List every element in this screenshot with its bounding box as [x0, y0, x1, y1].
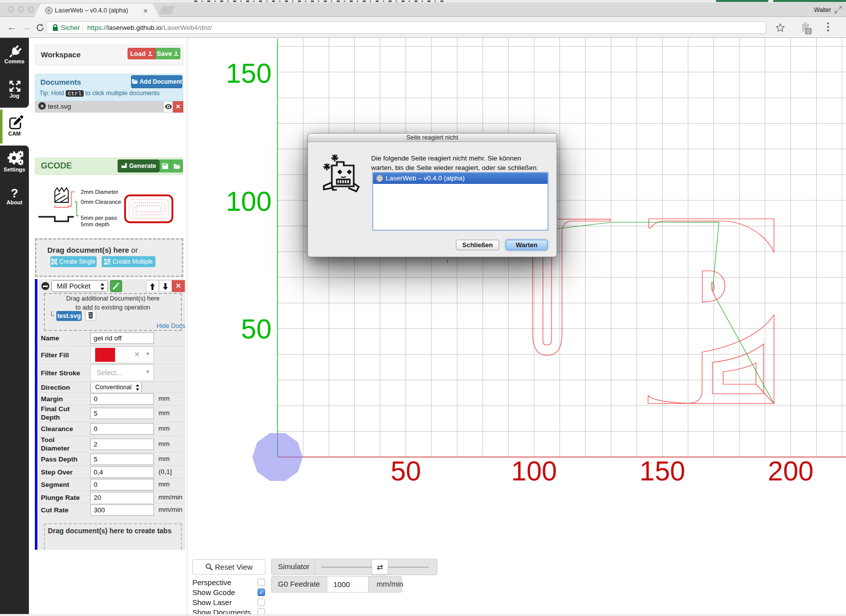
svg-text:50: 50 [391, 456, 421, 486]
svg-text:100: 100 [226, 186, 272, 217]
svg-text:0mm Clearance: 0mm Clearance [81, 199, 121, 205]
svg-text:5mm depth: 5mm depth [81, 221, 110, 227]
svg-text:150: 150 [640, 456, 686, 486]
svg-text:50: 50 [241, 313, 272, 344]
svg-text:150: 150 [226, 58, 272, 89]
svg-text:100: 100 [511, 456, 557, 486]
svg-text:2mm Diameter: 2mm Diameter [81, 189, 119, 195]
svg-text:200: 200 [768, 456, 814, 486]
svg-text:5mm per pass: 5mm per pass [81, 215, 117, 221]
svg-text:0: 0 [807, 29, 810, 34]
